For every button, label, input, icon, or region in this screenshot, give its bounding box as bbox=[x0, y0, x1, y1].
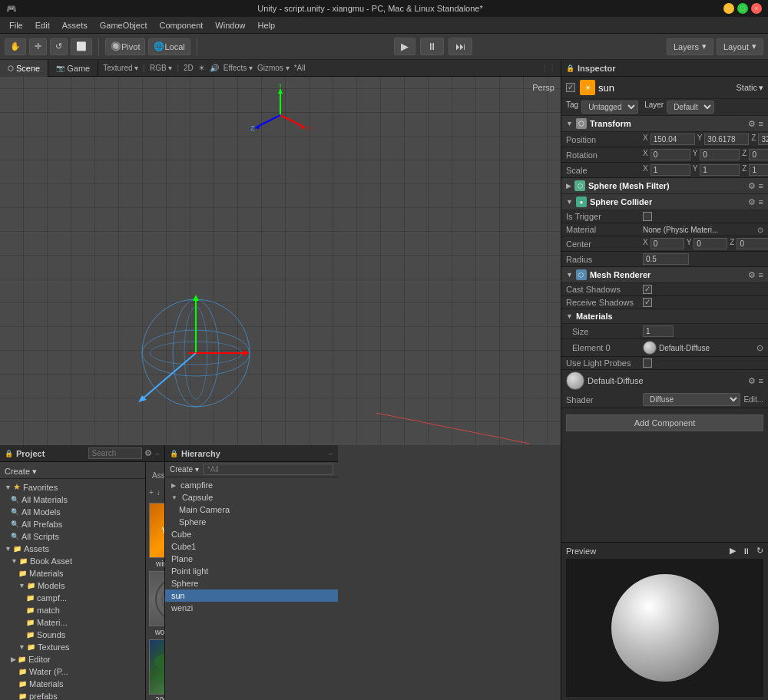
hier-sphere[interactable]: Sphere bbox=[165, 577, 338, 589]
hier-campfire[interactable]: ▶ campfire bbox=[165, 479, 338, 491]
sphere-collider-header[interactable]: ▼ ● Sphere Collider ⚙ ≡ bbox=[561, 194, 768, 210]
rotation-z[interactable] bbox=[749, 149, 768, 160]
asset-import-btn[interactable]: ↓ bbox=[157, 488, 161, 497]
maximize-button[interactable]: □ bbox=[737, 3, 748, 14]
hier-point-light[interactable]: Point light bbox=[165, 565, 338, 577]
asset-item-world[interactable]: 20071026-... bbox=[149, 639, 164, 700]
edit-shader-btn[interactable]: Edit... bbox=[743, 395, 763, 404]
menu-file[interactable]: File bbox=[3, 19, 29, 31]
scene-opt-audio[interactable]: 🔊 bbox=[210, 64, 219, 72]
project-settings-icon[interactable]: ⚙ bbox=[144, 448, 152, 458]
scene-opt-2d[interactable]: 2D bbox=[184, 64, 194, 72]
asset-materials[interactable]: 📁 Materials bbox=[0, 567, 145, 579]
asset-campf[interactable]: 📁 campf... bbox=[0, 592, 145, 604]
inspector-active-checkbox[interactable] bbox=[566, 83, 575, 92]
scene-opt-rgb[interactable]: RGB ▾ bbox=[150, 64, 172, 72]
center-y[interactable] bbox=[694, 238, 727, 249]
scene-opt-all[interactable]: *All bbox=[294, 64, 306, 72]
receive-shadows-checkbox[interactable] bbox=[643, 298, 652, 307]
menu-window[interactable]: Window bbox=[209, 19, 251, 31]
project-close[interactable]: − bbox=[155, 449, 160, 458]
hier-main-camera[interactable]: Main Camera bbox=[165, 504, 338, 516]
inspector-static-arrow[interactable]: ▾ bbox=[759, 83, 763, 93]
menu-edit[interactable]: Edit bbox=[29, 19, 56, 31]
preview-pause-icon[interactable]: ⏸ bbox=[742, 546, 750, 556]
tab-scene[interactable]: ⬡ Scene bbox=[0, 60, 48, 77]
scale-y[interactable] bbox=[700, 164, 740, 176]
step-button[interactable]: ⏭ bbox=[449, 38, 472, 55]
hier-sphere-child[interactable]: Sphere bbox=[165, 516, 338, 528]
center-x[interactable] bbox=[650, 238, 684, 249]
asset-textures[interactable]: ▼ 📁 Textures bbox=[0, 641, 145, 653]
radius-input[interactable] bbox=[643, 253, 689, 265]
cast-shadows-checkbox[interactable] bbox=[643, 285, 652, 294]
material-menu-icon[interactable]: ≡ bbox=[759, 376, 763, 385]
fav-all-materials[interactable]: 🔍 All Materials bbox=[0, 494, 145, 506]
menu-gameobject[interactable]: GameObject bbox=[94, 19, 154, 31]
tab-game[interactable]: 📷 Game bbox=[48, 60, 98, 77]
sphere-collider-menu-icon[interactable]: ≡ bbox=[759, 197, 763, 206]
shader-dropdown[interactable]: Diffuse bbox=[643, 393, 740, 406]
asset-prefabs[interactable]: 📁 prefabs bbox=[0, 690, 145, 700]
position-z[interactable] bbox=[758, 134, 768, 145]
rotation-y[interactable] bbox=[700, 149, 740, 160]
transform-header[interactable]: ▼ ⬡ Transform ⚙ ≡ bbox=[561, 116, 768, 132]
tool-scale[interactable]: ⬜ bbox=[71, 38, 92, 55]
is-trigger-checkbox[interactable] bbox=[643, 212, 652, 221]
hier-cube1[interactable]: Cube1 bbox=[165, 540, 338, 553]
sphere-collider-settings-icon[interactable]: ⚙ bbox=[748, 197, 756, 207]
fav-all-scripts[interactable]: 🔍 All Scripts bbox=[0, 530, 145, 543]
menu-assets[interactable]: Assets bbox=[56, 19, 94, 31]
close-button[interactable]: × bbox=[751, 3, 762, 14]
layout-dropdown[interactable]: Layout ▾ bbox=[717, 38, 763, 55]
hier-capsule[interactable]: ▼ Capsule bbox=[165, 491, 338, 504]
layer-dropdown[interactable]: Default bbox=[667, 101, 714, 114]
hier-cube[interactable]: Cube bbox=[165, 528, 338, 540]
transform-settings-icon[interactable]: ⚙ bbox=[748, 119, 756, 129]
mesh-filter-menu-icon[interactable]: ≡ bbox=[759, 181, 763, 190]
asset-editor[interactable]: ▶ 📁 Editor bbox=[0, 653, 145, 665]
material-settings-icon[interactable]: ⚙ bbox=[748, 376, 756, 386]
asset-item-stump[interactable]: wood_stump bbox=[149, 571, 164, 636]
tool-rotate[interactable]: ↺ bbox=[50, 38, 68, 55]
asset-materi[interactable]: 📁 Materi... bbox=[0, 616, 145, 629]
scene-opt-effects[interactable]: Effects ▾ bbox=[223, 64, 253, 72]
position-x[interactable] bbox=[650, 134, 695, 145]
mesh-filter-settings-icon[interactable]: ⚙ bbox=[748, 181, 756, 191]
asset-item-youwin[interactable]: You Win win_youWin bbox=[149, 503, 164, 568]
mesh-filter-header[interactable]: ▶ ⬡ Sphere (Mesh Filter) ⚙ ≡ bbox=[561, 178, 768, 194]
tool-hand[interactable]: ✋ bbox=[5, 38, 26, 55]
mesh-renderer-menu-icon[interactable]: ≡ bbox=[759, 270, 763, 279]
tag-dropdown[interactable]: Untagged bbox=[581, 101, 638, 114]
collider-material-pick[interactable]: ⊙ bbox=[757, 226, 763, 234]
rotation-x[interactable] bbox=[650, 149, 690, 160]
play-button[interactable]: ▶ bbox=[394, 38, 415, 55]
preview-play-icon[interactable]: ▶ bbox=[730, 546, 736, 556]
fav-all-prefabs[interactable]: 🔍 All Prefabs bbox=[0, 518, 145, 530]
hierarchy-search-input[interactable] bbox=[204, 464, 333, 475]
preview-loop-icon[interactable]: ↻ bbox=[756, 546, 763, 556]
scene-opt-light[interactable]: ☀ bbox=[198, 64, 205, 72]
assets-header[interactable]: ▼ 📁 Assets bbox=[0, 543, 145, 555]
materials-subheader[interactable]: ▼ Materials bbox=[561, 309, 768, 324]
project-search-input[interactable] bbox=[88, 447, 142, 459]
mesh-renderer-header[interactable]: ▼ ⬡ Mesh Renderer ⚙ ≡ bbox=[561, 267, 768, 283]
mesh-renderer-settings-icon[interactable]: ⚙ bbox=[748, 270, 756, 280]
hier-sun[interactable]: sun bbox=[165, 589, 338, 602]
menu-component[interactable]: Component bbox=[153, 19, 209, 31]
asset-sounds[interactable]: 📁 Sounds bbox=[0, 629, 145, 641]
element0-pick[interactable]: ⊙ bbox=[756, 343, 763, 353]
asset-book[interactable]: ▼ 📁 Book Asset bbox=[0, 555, 145, 567]
project-create-btn[interactable]: Create ▾ bbox=[5, 467, 37, 477]
scale-x[interactable] bbox=[650, 164, 690, 176]
asset-water[interactable]: 📁 Water (P... bbox=[0, 665, 145, 678]
inspector-object-name[interactable]: sun bbox=[598, 82, 733, 94]
use-light-probes-checkbox[interactable] bbox=[643, 358, 652, 368]
scene-opt-gizmos[interactable]: Gizmos ▾ bbox=[257, 64, 290, 72]
favorites-header[interactable]: ▼ ★ Favorites bbox=[0, 480, 145, 494]
scene-viewport[interactable]: Y X Z bbox=[0, 77, 561, 445]
hier-wenzi[interactable]: wenzi bbox=[165, 602, 338, 614]
pause-button[interactable]: ⏸ bbox=[420, 38, 444, 55]
hier-plane[interactable]: Plane bbox=[165, 553, 338, 565]
scale-z[interactable] bbox=[749, 164, 768, 176]
